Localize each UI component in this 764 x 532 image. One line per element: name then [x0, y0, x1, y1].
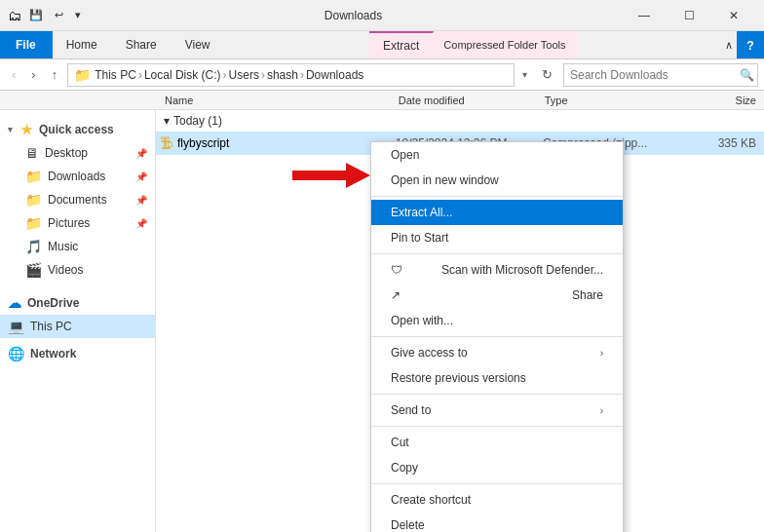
- path-segment-4[interactable]: shash: [267, 68, 298, 82]
- maximize-button[interactable]: ☐: [667, 0, 711, 31]
- cm-delete[interactable]: Delete: [371, 513, 623, 532]
- app-icon: 🗂: [8, 8, 21, 23]
- group-expand-icon: ▾: [164, 114, 170, 128]
- path-segment-1[interactable]: This PC: [95, 68, 136, 82]
- cm-send-to-arrow: ›: [600, 405, 603, 416]
- address-path[interactable]: 📁 This PC › Local Disk (C:) › Users › sh…: [67, 63, 515, 87]
- col-header-type[interactable]: Type: [545, 95, 691, 106]
- tab-view[interactable]: View: [172, 31, 225, 58]
- sidebar-network[interactable]: 🌐 Network: [0, 342, 155, 365]
- sidebar-item-pictures[interactable]: 📁 Pictures 📌: [0, 211, 155, 235]
- sidebar-quick-access[interactable]: ▾ ★ Quick access: [0, 118, 155, 141]
- red-arrow-indicator: [292, 161, 370, 193]
- sidebar-quick-access-label: Quick access: [39, 123, 114, 136]
- ribbon: File Home Share View Extract Compressed …: [0, 31, 764, 59]
- sidebar-this-pc-label: This PC: [30, 320, 72, 333]
- cm-open-with[interactable]: Open with...: [371, 308, 623, 333]
- cm-open-with-label: Open with...: [391, 314, 453, 327]
- refresh-button[interactable]: ↻: [535, 64, 559, 85]
- zip-folder-icon: 🗜: [160, 135, 173, 151]
- back-button[interactable]: ‹: [6, 64, 21, 85]
- cm-restore-versions[interactable]: Restore previous versions: [371, 365, 623, 391]
- sidebar: ▾ ★ Quick access 🖥 Desktop 📌 📁 Downloads…: [0, 110, 156, 532]
- sidebar-onedrive-label: OneDrive: [27, 296, 79, 310]
- path-segment-5[interactable]: Downloads: [306, 68, 363, 82]
- search-container: 🔍: [563, 63, 758, 87]
- sidebar-item-videos[interactable]: 🎬 Videos: [0, 258, 155, 282]
- sidebar-videos-label: Videos: [48, 263, 83, 277]
- minimize-button[interactable]: —: [622, 0, 667, 31]
- file-group-today[interactable]: ▾ Today (1): [156, 110, 764, 132]
- path-segment-2[interactable]: Local Disk (C:): [144, 68, 221, 82]
- ribbon-collapse-btn[interactable]: ∧: [721, 31, 737, 58]
- save-btn[interactable]: 💾: [25, 7, 47, 23]
- cm-sep-3: [371, 336, 623, 337]
- cm-pin-to-start[interactable]: Pin to Start: [371, 225, 623, 250]
- cm-cut-label: Cut: [391, 436, 409, 449]
- cm-scan-defender[interactable]: 🛡 Scan with Microsoft Defender...: [371, 257, 623, 283]
- sidebar-onedrive[interactable]: ☁ OneDrive: [0, 291, 155, 315]
- close-button[interactable]: ✕: [711, 0, 756, 31]
- svg-marker-0: [292, 163, 370, 188]
- cm-sep-4: [371, 394, 623, 395]
- network-icon: 🌐: [8, 346, 24, 361]
- path-folder-icon: 📁: [74, 67, 91, 83]
- customize-qa-btn[interactable]: ▾: [71, 7, 85, 23]
- cm-sep-2: [371, 253, 623, 254]
- cm-send-to[interactable]: Send to ›: [371, 398, 623, 423]
- col-header-name[interactable]: Name: [161, 95, 399, 106]
- main-layout: ▾ ★ Quick access 🖥 Desktop 📌 📁 Downloads…: [0, 110, 764, 532]
- up-button[interactable]: ↑: [46, 64, 64, 85]
- tab-cft[interactable]: Compressed Folder Tools: [434, 31, 576, 58]
- cm-open[interactable]: Open: [371, 142, 623, 168]
- title-bar-left: 🗂 💾 ↩ ▾: [8, 7, 85, 23]
- sidebar-desktop-label: Desktop: [45, 146, 88, 160]
- sidebar-item-documents[interactable]: 📁 Documents 📌: [0, 188, 155, 211]
- cm-open-new-window[interactable]: Open in new window: [371, 168, 623, 193]
- address-bar: ‹ › ↑ 📁 This PC › Local Disk (C:) › User…: [0, 59, 764, 91]
- cm-sep-1: [371, 196, 623, 197]
- window-controls: — ☐ ✕: [622, 0, 756, 31]
- cm-share-label: Share: [572, 288, 603, 302]
- expand-arrow: ▾: [8, 125, 13, 134]
- cm-create-shortcut[interactable]: Create shortcut: [371, 487, 623, 513]
- help-button[interactable]: ?: [737, 31, 764, 58]
- tab-share[interactable]: Share: [112, 31, 172, 58]
- this-pc-icon: 💻: [8, 319, 24, 334]
- forward-button[interactable]: ›: [25, 64, 41, 85]
- cm-copy-label: Copy: [391, 461, 418, 475]
- file-row-size: 335 KB: [690, 136, 764, 150]
- cm-open-new-window-label: Open in new window: [391, 173, 499, 187]
- sidebar-item-desktop[interactable]: 🖥 Desktop 📌: [0, 141, 155, 165]
- sidebar-downloads-label: Downloads: [48, 170, 105, 183]
- tab-extract[interactable]: Extract: [369, 31, 434, 58]
- col-header-size[interactable]: Size: [691, 95, 764, 106]
- search-input[interactable]: [563, 63, 758, 87]
- cm-extract-all-label: Extract All...: [391, 206, 452, 219]
- cm-copy[interactable]: Copy: [371, 455, 623, 480]
- cm-create-shortcut-label: Create shortcut: [391, 493, 471, 507]
- pictures-folder-icon: 📁: [25, 215, 42, 231]
- col-header-date[interactable]: Date modified: [399, 95, 545, 106]
- cm-give-access[interactable]: Give access to ›: [371, 340, 623, 365]
- cm-cut[interactable]: Cut: [371, 430, 623, 455]
- cm-delete-label: Delete: [391, 518, 425, 532]
- cm-send-to-label: Send to: [391, 403, 431, 417]
- sidebar-this-pc[interactable]: 💻 This PC: [0, 315, 155, 338]
- videos-icon: 🎬: [25, 262, 42, 278]
- path-segment-3[interactable]: Users: [229, 68, 259, 82]
- sidebar-item-music[interactable]: 🎵 Music: [0, 235, 155, 258]
- cm-extract-all[interactable]: Extract All...: [371, 200, 623, 225]
- downloads-folder-icon: 📁: [25, 169, 42, 184]
- star-icon: ★: [20, 122, 33, 137]
- file-row-name: 🗜 flybyscript: [160, 135, 396, 151]
- column-headers: Name Date modified Type Size: [0, 91, 764, 110]
- tab-home[interactable]: Home: [53, 31, 112, 58]
- cm-share[interactable]: ↗ Share: [371, 283, 623, 308]
- search-button[interactable]: 🔍: [740, 68, 754, 82]
- sidebar-item-downloads[interactable]: 📁 Downloads 📌: [0, 165, 155, 188]
- music-icon: 🎵: [25, 239, 42, 254]
- tab-file[interactable]: File: [0, 31, 53, 58]
- undo-btn[interactable]: ↩: [51, 7, 67, 23]
- address-dropdown-btn[interactable]: ▾: [518, 69, 531, 80]
